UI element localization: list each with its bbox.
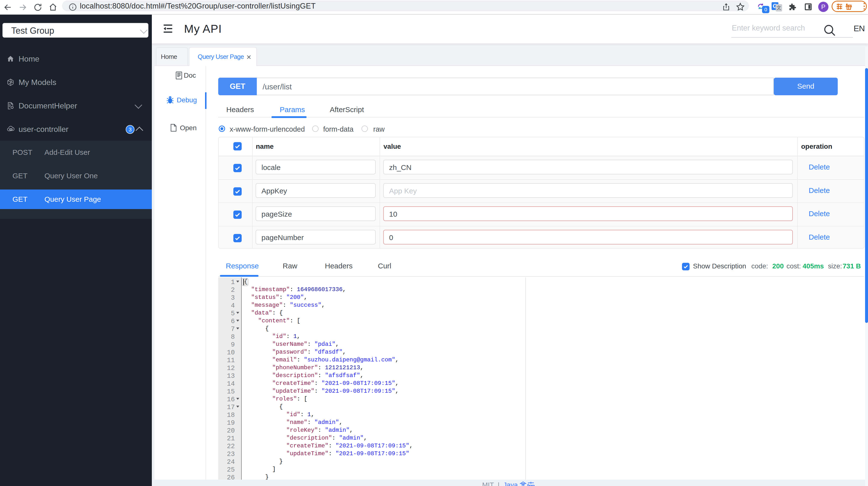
svg-text:API: API [9, 128, 12, 130]
